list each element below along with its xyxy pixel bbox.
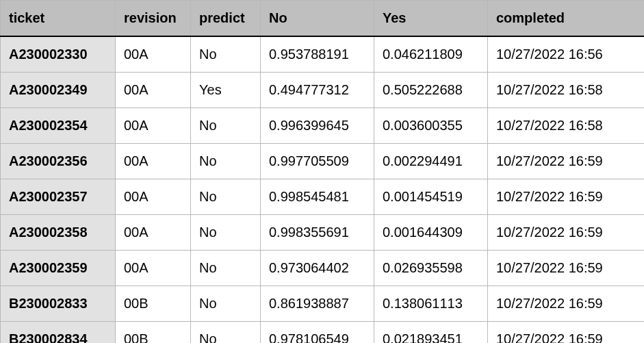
cell-revision: 00A <box>116 251 191 286</box>
cell-yes: 0.003600355 <box>374 108 488 144</box>
cell-ticket: A230002349 <box>1 73 116 108</box>
cell-ticket: A230002359 <box>1 251 116 286</box>
table-row: A23000235400ANo0.9963996450.00360035510/… <box>1 108 645 144</box>
cell-no: 0.998355691 <box>261 215 374 251</box>
table-row: B23000283300BNo0.8619388870.13806111310/… <box>1 286 645 322</box>
col-predict: predict <box>191 1 261 37</box>
predictions-table: ticket revision predict No Yes completed… <box>0 0 644 343</box>
table-header: ticket revision predict No Yes completed <box>1 1 645 37</box>
table-row: A23000235900ANo0.9730644020.02693559810/… <box>1 251 645 286</box>
cell-predict: No <box>191 215 261 251</box>
cell-no: 0.998545481 <box>261 179 374 215</box>
table-body: A23000233000ANo0.9537881910.04621180910/… <box>1 36 645 343</box>
cell-completed: 10/27/2022 16:59 <box>488 286 645 322</box>
cell-no: 0.997705509 <box>261 144 374 179</box>
cell-ticket: A230002357 <box>1 179 116 215</box>
cell-ticket: A230002356 <box>1 144 116 179</box>
cell-ticket: A230002354 <box>1 108 116 144</box>
cell-ticket: A230002358 <box>1 215 116 251</box>
cell-revision: 00A <box>116 108 191 144</box>
table-row: A23000235700ANo0.9985454810.00145451910/… <box>1 179 645 215</box>
cell-predict: No <box>191 179 261 215</box>
cell-ticket: B230002833 <box>1 286 116 322</box>
col-revision: revision <box>116 1 191 37</box>
cell-predict: No <box>191 286 261 322</box>
cell-no: 0.978106549 <box>261 322 374 344</box>
cell-yes: 0.046211809 <box>374 36 488 73</box>
cell-revision: 00B <box>116 322 191 344</box>
cell-completed: 10/27/2022 16:59 <box>488 179 645 215</box>
table-row: A23000233000ANo0.9537881910.04621180910/… <box>1 36 645 73</box>
cell-revision: 00A <box>116 73 191 108</box>
cell-predict: No <box>191 108 261 144</box>
cell-no: 0.494777312 <box>261 73 374 108</box>
cell-yes: 0.001644309 <box>374 215 488 251</box>
cell-predict: No <box>191 36 261 73</box>
cell-ticket: B230002834 <box>1 322 116 344</box>
cell-yes: 0.505222688 <box>374 73 488 108</box>
cell-predict: No <box>191 322 261 344</box>
cell-revision: 00B <box>116 286 191 322</box>
col-no: No <box>261 1 374 37</box>
cell-yes: 0.001454519 <box>374 179 488 215</box>
cell-completed: 10/27/2022 16:59 <box>488 215 645 251</box>
col-yes: Yes <box>374 1 488 37</box>
cell-predict: Yes <box>191 73 261 108</box>
table-row: B23000283400BNo0.9781065490.02189345110/… <box>1 322 645 344</box>
cell-no: 0.973064402 <box>261 251 374 286</box>
cell-yes: 0.021893451 <box>374 322 488 344</box>
cell-revision: 00A <box>116 179 191 215</box>
cell-ticket: A230002330 <box>1 36 116 73</box>
table-row: A23000234900AYes0.4947773120.50522268810… <box>1 73 645 108</box>
cell-yes: 0.138061113 <box>374 286 488 322</box>
cell-revision: 00A <box>116 215 191 251</box>
cell-revision: 00A <box>116 144 191 179</box>
cell-completed: 10/27/2022 16:58 <box>488 108 645 144</box>
cell-predict: No <box>191 144 261 179</box>
col-ticket: ticket <box>1 1 116 37</box>
table-row: A23000235600ANo0.9977055090.00229449110/… <box>1 144 645 179</box>
cell-no: 0.996399645 <box>261 108 374 144</box>
table-row: A23000235800ANo0.9983556910.00164430910/… <box>1 215 645 251</box>
cell-no: 0.861938887 <box>261 286 374 322</box>
cell-yes: 0.026935598 <box>374 251 488 286</box>
cell-yes: 0.002294491 <box>374 144 488 179</box>
cell-completed: 10/27/2022 16:56 <box>488 36 645 73</box>
cell-no: 0.953788191 <box>261 36 374 73</box>
col-completed: completed <box>488 1 645 37</box>
cell-predict: No <box>191 251 261 286</box>
cell-completed: 10/27/2022 16:59 <box>488 322 645 344</box>
cell-completed: 10/27/2022 16:59 <box>488 251 645 286</box>
cell-completed: 10/27/2022 16:59 <box>488 144 645 179</box>
cell-revision: 00A <box>116 36 191 73</box>
cell-completed: 10/27/2022 16:58 <box>488 73 645 108</box>
